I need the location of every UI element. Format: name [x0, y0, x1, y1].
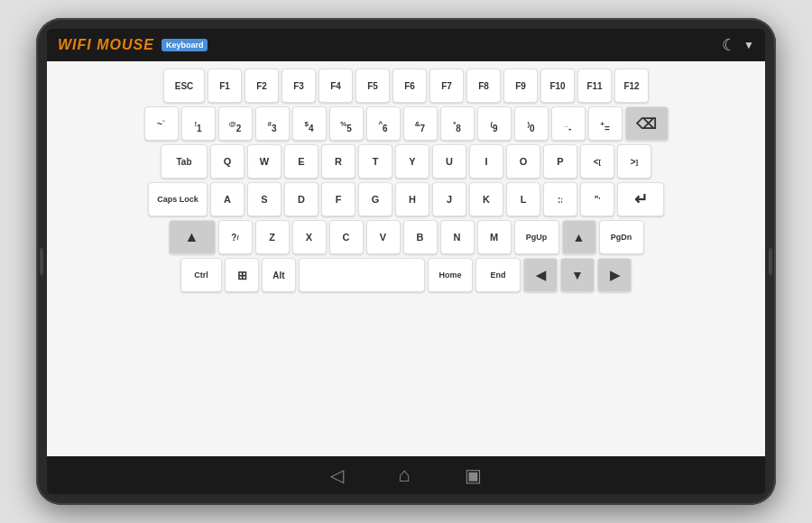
key-semicolon[interactable]: :; — [543, 182, 577, 216]
key-7[interactable]: &7 — [403, 106, 438, 141]
key-u[interactable]: U — [432, 144, 466, 179]
key-f9[interactable]: F9 — [503, 69, 538, 103]
key-pgdn[interactable]: PgDn — [599, 220, 644, 254]
key-up[interactable]: ▲ — [562, 220, 596, 254]
key-f11[interactable]: F11 — [577, 69, 612, 103]
keyboard-area: ESC F1 F2 F3 F4 F5 F6 F7 F8 F9 F10 F11 F… — [47, 61, 765, 456]
key-8[interactable]: *8 — [440, 106, 475, 141]
side-button-right[interactable] — [769, 248, 772, 275]
key-backtick[interactable]: ~` — [144, 106, 179, 141]
key-n[interactable]: N — [440, 220, 475, 254]
key-rbracket[interactable]: >] — [617, 144, 651, 179]
side-button-left[interactable] — [40, 248, 43, 275]
nav-bar: ◁ ⌂ ▣ — [47, 456, 765, 494]
number-row: ~` !1 @2 #3 $4 %5 ^6 &7 *8 (9 )0 _- += ⌫ — [56, 106, 756, 141]
key-left[interactable]: ◀ — [523, 258, 558, 292]
key-a[interactable]: A — [210, 182, 245, 216]
key-q[interactable]: Q — [210, 144, 245, 179]
dropdown-icon[interactable]: ▼ — [743, 39, 754, 51]
zxcv-row: ▲ ?/ Z X C V B N M PgUp ▲ PgDn — [56, 220, 756, 254]
bottom-row: Ctrl ⊞ Alt Home End ◀ ▼ ▶ — [56, 258, 756, 292]
key-r[interactable]: R — [321, 144, 355, 179]
key-end[interactable]: End — [475, 258, 521, 292]
key-g[interactable]: G — [358, 182, 392, 216]
key-j[interactable]: J — [432, 182, 466, 216]
key-m[interactable]: M — [477, 220, 512, 254]
tablet-device: WIFI MOUSE Keyboard ☾ ▼ ESC F1 F2 F3 F4 … — [36, 18, 776, 505]
key-tab[interactable]: Tab — [161, 144, 208, 179]
key-shift-left[interactable]: ▲ — [169, 220, 216, 254]
key-b[interactable]: B — [403, 220, 438, 254]
key-x[interactable]: X — [292, 220, 327, 254]
key-c[interactable]: C — [329, 220, 364, 254]
key-right[interactable]: ▶ — [597, 258, 632, 292]
key-0[interactable]: )0 — [514, 106, 549, 141]
key-f7[interactable]: F7 — [429, 69, 464, 103]
qwerty-row: Tab Q W E R T Y U I O P <[ >] — [56, 144, 756, 179]
asdf-row: Caps Lock A S D F G H J K L :; "' ↵ — [56, 182, 756, 216]
back-nav-icon[interactable]: ◁ — [330, 464, 344, 486]
key-3[interactable]: #3 — [255, 106, 290, 141]
key-z[interactable]: Z — [255, 220, 290, 254]
app-title: WIFI MOUSE Keyboard — [58, 37, 208, 53]
key-y[interactable]: Y — [395, 144, 429, 179]
keyboard-badge: Keyboard — [161, 39, 208, 51]
key-f6[interactable]: F6 — [392, 69, 427, 103]
key-minus[interactable]: _- — [551, 106, 586, 141]
key-ctrl[interactable]: Ctrl — [180, 258, 222, 292]
key-pgup[interactable]: PgUp — [514, 220, 559, 254]
key-f2[interactable]: F2 — [245, 69, 279, 103]
key-f4[interactable]: F4 — [318, 69, 353, 103]
key-backspace[interactable]: ⌫ — [625, 106, 669, 141]
key-t[interactable]: T — [358, 144, 392, 179]
key-f3[interactable]: F3 — [281, 69, 316, 103]
key-esc[interactable]: ESC — [163, 69, 205, 103]
key-alt[interactable]: Alt — [262, 258, 296, 292]
key-e[interactable]: E — [284, 144, 318, 179]
top-right-icons: ☾ ▼ — [722, 35, 754, 55]
tablet-screen: WIFI MOUSE Keyboard ☾ ▼ ESC F1 F2 F3 F4 … — [47, 29, 765, 494]
key-i[interactable]: I — [469, 144, 503, 179]
key-5[interactable]: %5 — [329, 106, 364, 141]
key-f1[interactable]: F1 — [208, 69, 242, 103]
key-6[interactable]: ^6 — [366, 106, 401, 141]
key-down[interactable]: ▼ — [560, 258, 595, 292]
key-k[interactable]: K — [469, 182, 503, 216]
key-w[interactable]: W — [247, 144, 281, 179]
recents-nav-icon[interactable]: ▣ — [465, 464, 482, 486]
moon-icon[interactable]: ☾ — [722, 35, 736, 55]
key-lbracket[interactable]: <[ — [580, 144, 614, 179]
key-enter[interactable]: ↵ — [617, 182, 664, 216]
key-l[interactable]: L — [506, 182, 540, 216]
key-f[interactable]: F — [321, 182, 355, 216]
key-win[interactable]: ⊞ — [225, 258, 259, 292]
key-home[interactable]: Home — [428, 258, 473, 292]
key-2[interactable]: @2 — [218, 106, 253, 141]
key-p[interactable]: P — [543, 144, 577, 179]
key-quote[interactable]: "' — [580, 182, 614, 216]
key-space[interactable] — [299, 258, 425, 292]
home-nav-icon[interactable]: ⌂ — [398, 463, 410, 487]
key-9[interactable]: (9 — [477, 106, 512, 141]
key-d[interactable]: D — [284, 182, 318, 216]
key-s[interactable]: S — [247, 182, 281, 216]
key-f12[interactable]: F12 — [614, 69, 649, 103]
key-4[interactable]: $4 — [292, 106, 327, 141]
key-v[interactable]: V — [366, 220, 401, 254]
app-name: WIFI MOUSE — [58, 37, 154, 53]
key-f8[interactable]: F8 — [466, 69, 501, 103]
key-equals[interactable]: += — [588, 106, 623, 141]
fn-row: ESC F1 F2 F3 F4 F5 F6 F7 F8 F9 F10 F11 F… — [56, 69, 756, 103]
key-f5[interactable]: F5 — [355, 69, 390, 103]
key-h[interactable]: H — [395, 182, 429, 216]
key-slash[interactable]: ?/ — [218, 220, 253, 254]
top-bar: WIFI MOUSE Keyboard ☾ ▼ — [47, 29, 765, 61]
key-o[interactable]: O — [506, 144, 540, 179]
key-1[interactable]: !1 — [181, 106, 216, 141]
key-capslock[interactable]: Caps Lock — [148, 182, 208, 216]
key-f10[interactable]: F10 — [540, 69, 575, 103]
